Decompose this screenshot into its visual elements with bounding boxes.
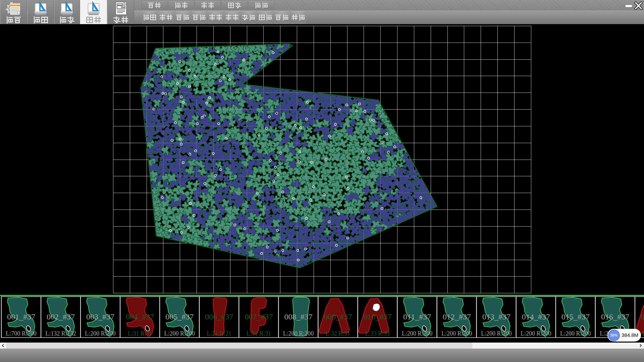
svg-text:L:32 R:31: L:32 R:31	[326, 330, 351, 337]
svg-text:003_#37: 003_#37	[86, 312, 114, 321]
svg-text:L:31 R:31: L:31 R:31	[127, 330, 152, 337]
svg-text:L:700 R:700: L:700 R:700	[6, 330, 37, 337]
svg-text:016_#37: 016_#37	[601, 312, 629, 321]
svg-text:012_#37: 012_#37	[443, 312, 471, 321]
svg-text:L:21 R:21: L:21 R:21	[207, 330, 232, 337]
svg-text:006_#37: 006_#37	[205, 312, 233, 321]
svg-text:007_#37: 007_#37	[245, 312, 273, 321]
svg-text:004_#37: 004_#37	[126, 312, 154, 321]
svg-text:L:31 R:31: L:31 R:31	[247, 330, 271, 337]
svg-text:L:33 R:33: L:33 R:33	[642, 330, 644, 337]
svg-text:001_#37: 001_#37	[7, 312, 35, 321]
svg-text:009_#37: 009_#37	[324, 312, 352, 321]
svg-text:005_#37: 005_#37	[165, 312, 194, 321]
svg-text:011_#37: 011_#37	[403, 312, 431, 321]
svg-text:017_#37: 017_#37	[641, 312, 644, 321]
svg-text:L:200 R:200: L:200 R:200	[481, 330, 512, 337]
svg-text:014_#37: 014_#37	[522, 312, 550, 321]
svg-text:L:200 R:200: L:200 R:200	[521, 330, 551, 337]
svg-text:L:33 R:33: L:33 R:33	[365, 330, 390, 337]
svg-text:010_#37: 010_#37	[364, 312, 392, 321]
svg-text:L:200 R:200: L:200 R:200	[441, 330, 472, 337]
svg-text:L:200 R:200: L:200 R:200	[402, 330, 433, 337]
svg-text:L:200 R:200: L:200 R:200	[164, 330, 195, 337]
svg-text:013_#37: 013_#37	[482, 312, 511, 321]
svg-text:L:200 R:200: L:200 R:200	[283, 330, 314, 337]
svg-text:L:200 R:200: L:200 R:200	[560, 330, 591, 337]
svg-text:008_#37: 008_#37	[284, 312, 312, 321]
svg-text:L:132 R:132: L:132 R:132	[45, 330, 76, 337]
svg-text:L:200 R:200: L:200 R:200	[85, 330, 116, 337]
svg-text:002_#37: 002_#37	[47, 312, 75, 321]
svg-text:015_#37: 015_#37	[561, 312, 590, 321]
